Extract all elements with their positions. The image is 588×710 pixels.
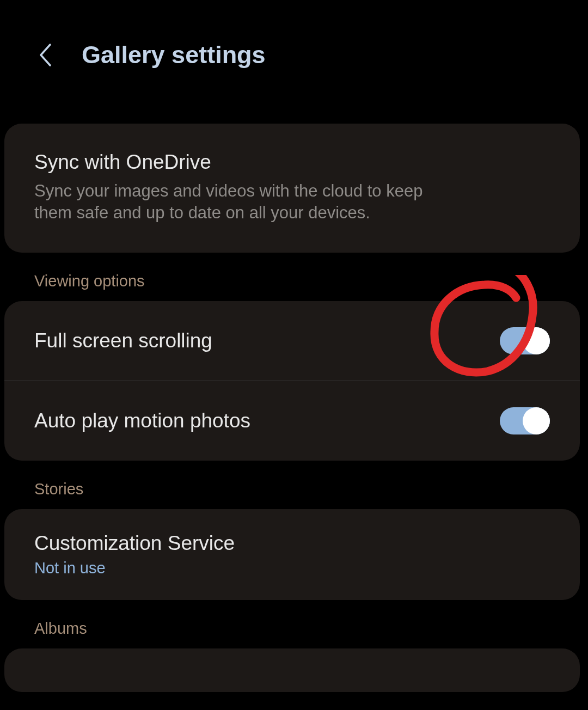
header: Gallery settings [0,0,588,69]
auto-play-motion-label: Auto play motion photos [34,409,250,432]
full-screen-scrolling-label: Full screen scrolling [34,329,212,352]
full-screen-scrolling-toggle[interactable] [500,327,550,354]
sync-title: Sync with OneDrive [34,151,550,174]
chevron-left-icon [38,42,54,68]
back-button[interactable] [38,42,54,68]
toggle-thumb [523,407,550,434]
sync-description: Sync your images and videos with the clo… [34,180,426,224]
stories-card: Customization Service Not in use [4,509,580,600]
page-title: Gallery settings [82,41,266,69]
sync-card[interactable]: Sync with OneDrive Sync your images and … [4,124,580,253]
albums-card [4,648,580,692]
toggle-thumb [523,327,550,354]
customization-service-row[interactable]: Customization Service Not in use [4,509,580,600]
viewing-options-header: Viewing options [4,268,580,301]
customization-service-status: Not in use [34,559,550,577]
viewing-options-card: Full screen scrolling Auto play motion p… [4,301,580,461]
stories-header: Stories [4,476,580,509]
albums-header: Albums [4,615,580,648]
settings-content: Sync with OneDrive Sync your images and … [0,69,588,692]
customization-service-label: Customization Service [34,532,550,555]
auto-play-motion-row[interactable]: Auto play motion photos [4,381,580,461]
full-screen-scrolling-row[interactable]: Full screen scrolling [4,301,580,381]
auto-play-motion-toggle[interactable] [500,407,550,434]
